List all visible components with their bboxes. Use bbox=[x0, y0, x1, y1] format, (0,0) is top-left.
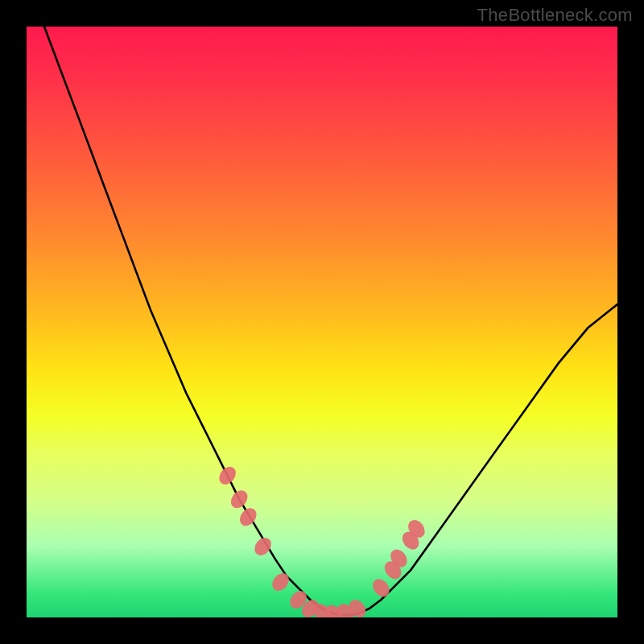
credit-text: TheBottleneck.com bbox=[477, 5, 633, 26]
plot-background bbox=[27, 27, 617, 617]
chart-stage: TheBottleneck.com bbox=[0, 0, 644, 644]
